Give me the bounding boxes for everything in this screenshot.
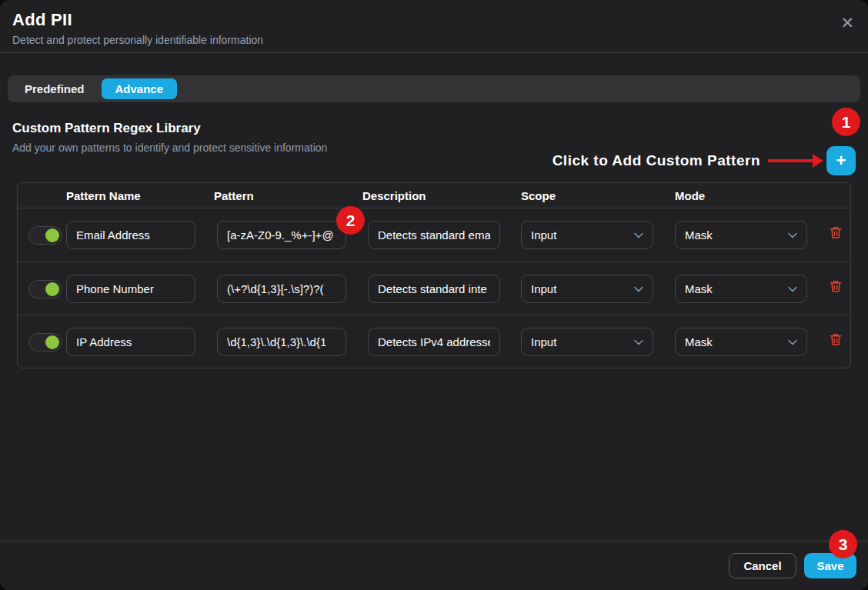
- column-header-description: Description: [362, 189, 426, 202]
- table-row: Input Mask: [18, 262, 850, 315]
- tab-predefined[interactable]: Predefined: [8, 82, 102, 95]
- toggle-knob: [45, 228, 59, 242]
- cancel-button[interactable]: Cancel: [729, 553, 796, 578]
- add-pattern-cluster: Click to Add Custom Pattern +: [553, 146, 856, 175]
- mode-select[interactable]: Mask: [675, 221, 807, 249]
- enable-toggle[interactable]: [28, 333, 62, 352]
- pattern-name-input[interactable]: [66, 275, 195, 303]
- column-header-pattern-name: Pattern Name: [66, 189, 141, 202]
- enable-toggle[interactable]: [28, 280, 62, 298]
- add-pii-dialog: Add PII Detect and protect personally id…: [0, 0, 868, 590]
- mode-select-value: Mask: [685, 335, 713, 348]
- add-pattern-annotation: Click to Add Custom Pattern: [553, 152, 760, 169]
- pattern-regex-input[interactable]: [217, 221, 346, 249]
- column-header-mode: Mode: [675, 189, 705, 202]
- table-row: Input Mask: [18, 208, 850, 262]
- description-input[interactable]: [368, 221, 500, 249]
- chevron-down-icon: [634, 339, 643, 345]
- pattern-regex-input[interactable]: [217, 275, 346, 303]
- dialog-footer: Cancel Save: [0, 541, 868, 590]
- chevron-down-icon: [788, 286, 797, 292]
- chevron-down-icon: [788, 232, 797, 238]
- column-header-scope: Scope: [521, 189, 556, 202]
- callout-badge-1: 1: [832, 108, 860, 136]
- section-header: Custom Pattern Regex Library Add your ow…: [12, 121, 856, 176]
- dialog-title: Add PII: [12, 10, 856, 30]
- add-custom-pattern-button[interactable]: +: [826, 146, 856, 175]
- close-icon[interactable]: ✕: [840, 15, 854, 31]
- scope-select[interactable]: Input: [521, 275, 653, 303]
- table-header-row: Pattern Name Pattern Description Scope M…: [18, 183, 850, 208]
- callout-badge-2: 2: [336, 206, 365, 235]
- column-header-pattern: Pattern: [214, 189, 254, 202]
- description-input[interactable]: [368, 328, 500, 356]
- mode-select-value: Mask: [685, 282, 713, 295]
- scope-select[interactable]: Input: [521, 221, 653, 249]
- scope-select[interactable]: Input: [521, 328, 653, 356]
- dialog-header: Add PII Detect and protect personally id…: [0, 0, 868, 53]
- delete-row-icon[interactable]: [828, 331, 843, 348]
- pattern-regex-input[interactable]: [217, 328, 346, 356]
- mode-select[interactable]: Mask: [675, 275, 807, 303]
- delete-row-icon[interactable]: [828, 278, 843, 295]
- chevron-down-icon: [634, 286, 643, 292]
- tab-advance[interactable]: Advance: [102, 78, 178, 99]
- annotation-arrow-icon: [768, 154, 823, 168]
- scope-select-value: Input: [531, 228, 556, 242]
- description-input[interactable]: [368, 275, 500, 303]
- mode-select[interactable]: Mask: [675, 328, 807, 356]
- dialog-subtitle: Detect and protect personally identifiab…: [12, 34, 856, 46]
- tab-bar: Predefined Advance: [8, 75, 860, 102]
- table-row: Input Mask: [18, 315, 850, 368]
- section-title: Custom Pattern Regex Library: [12, 121, 856, 136]
- pattern-name-input[interactable]: [66, 221, 195, 249]
- pattern-name-input[interactable]: [66, 328, 195, 356]
- toggle-knob: [45, 335, 59, 349]
- mode-select-value: Mask: [685, 228, 713, 242]
- toggle-knob: [45, 282, 59, 296]
- custom-pattern-table: Pattern Name Pattern Description Scope M…: [17, 182, 851, 368]
- chevron-down-icon: [634, 232, 643, 238]
- enable-toggle[interactable]: [28, 226, 62, 245]
- delete-row-icon[interactable]: [828, 224, 843, 241]
- callout-badge-3: 3: [829, 530, 857, 558]
- chevron-down-icon: [788, 339, 797, 345]
- scope-select-value: Input: [531, 282, 556, 295]
- scope-select-value: Input: [531, 335, 556, 348]
